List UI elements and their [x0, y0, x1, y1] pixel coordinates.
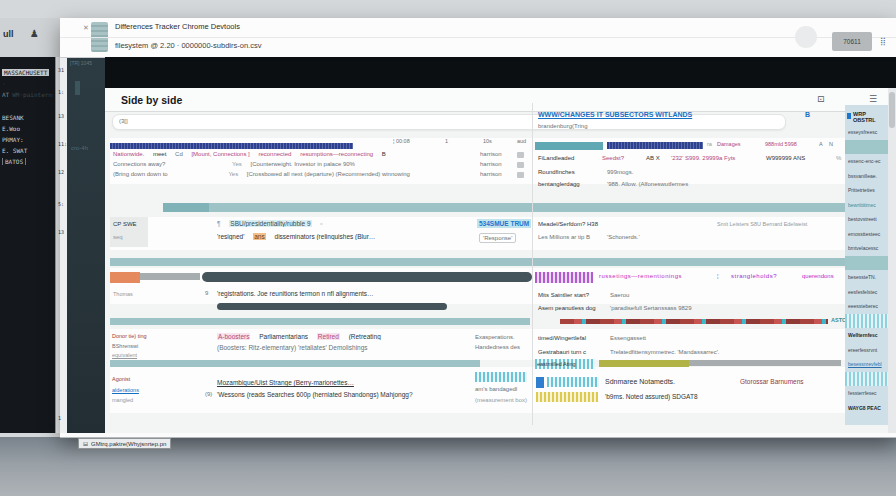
page-scrollbar[interactable] — [888, 88, 896, 433]
meta-pill[interactable]: 'Response' — [479, 233, 516, 243]
terminal-item[interactable]: E.Woo — [2, 125, 53, 132]
chrome-action-button[interactable]: 70611 — [832, 32, 872, 51]
profile-avatar[interactable] — [795, 26, 817, 48]
panel-row[interactable]: Prittetrteties — [845, 183, 888, 198]
tab-close-icon[interactable]: ✕ — [83, 24, 89, 32]
panel-row[interactable]: esseysfreesc — [845, 125, 888, 140]
bar-meta-type: aud — [517, 138, 526, 144]
log-val: [Counterweight. Investor in palace 90% — [251, 161, 355, 167]
group-label: mangled — [112, 397, 133, 403]
browser-window-bottom — [60, 433, 896, 438]
terminal-window[interactable]: MASSACHUSETT()·ATWM·painternsBESANKE.Woo… — [0, 57, 55, 433]
field-value: Sdnmaree Notamedts. — [605, 378, 675, 385]
gutter-number: 12 — [58, 169, 64, 175]
scrollbar-thumb[interactable] — [889, 92, 895, 128]
link-row[interactable]: ¶ SBU/presidentiality/rubble 9 ▫ — [217, 220, 517, 227]
field-meta: Gtorossar Barnumens — [740, 378, 804, 385]
strip-label: cro-4h — [71, 145, 88, 151]
diff-token: Parliamentarians — [259, 333, 308, 340]
field-value: W999999 ANS — [766, 155, 805, 161]
log-meta: harrison — [480, 151, 502, 157]
panel-row[interactable]: bestovstreett — [845, 212, 888, 227]
apps-grid-icon[interactable]: ⣿ — [880, 37, 886, 46]
log-row[interactable]: (Bring down down to Yes [Crossbowed all … — [113, 171, 473, 177]
thumbnail-icon — [517, 152, 524, 158]
panel-row[interactable]: emossttesteec — [845, 227, 888, 242]
panel-row[interactable]: essenc-enc-ec — [845, 154, 888, 169]
result-subtitle: brandenburg(Tring — [538, 123, 587, 129]
panel-row[interactable]: besessnrevfebl — [845, 357, 888, 372]
bar-meta-time: ¦ 00:08 — [393, 138, 410, 144]
gutter-number: 1: — [58, 89, 64, 95]
gutter-number: 1 — [58, 415, 61, 421]
display-icon[interactable]: ⊡ — [817, 94, 825, 104]
panel-row[interactable] — [845, 256, 888, 271]
field-label: Gestrabauri turn c — [538, 349, 586, 355]
panel-row[interactable]: besessteTN. — [845, 270, 888, 285]
panel-row[interactable]: bmtvelacessc — [845, 241, 888, 256]
meta-text: Exasperations. — [475, 334, 515, 340]
bar-note: 988mld 5998 — [765, 141, 797, 147]
external-link-icon[interactable]: B — [805, 111, 810, 118]
gutter-number: 13 — [58, 113, 64, 119]
row-label: Thomas — [113, 291, 133, 297]
terminal-item[interactable]: E. SWAT — [2, 147, 53, 154]
panel-row[interactable]: bewrittitimec — [845, 198, 888, 213]
field-value: 'paradisefull Sertanssass 9829 — [610, 305, 692, 311]
changed-text: russetings—rementionings — [599, 273, 682, 279]
panel-row[interactable]: eeessteberec — [845, 299, 888, 314]
meta-striped-block — [475, 372, 527, 382]
bar-note: Damages — [717, 141, 741, 147]
row-mark-icon: ▫ — [320, 220, 322, 227]
panel-row[interactable] — [845, 140, 888, 155]
group-label-link[interactable]: equivalent — [112, 352, 137, 358]
panel-row[interactable]: ereerfessrvnt — [845, 343, 888, 358]
panel-row[interactable]: bssvanilleae. — [845, 169, 888, 184]
address-bar-url[interactable]: filesystem @ 2.20 · 0000000-subdirs-on.c… — [115, 41, 261, 50]
field-value: Trelatedfittensymmetrec. 'Mandassarrec'. — [610, 349, 719, 355]
terminal-item[interactable]: PRMAY: — [2, 136, 53, 143]
terminal-item[interactable]: MASSACHUSETT() — [2, 69, 53, 76]
terminal-item[interactable]: ATWM·painterns — [2, 91, 53, 98]
meta-badge-blue[interactable]: 534SMUE TRUM — [477, 219, 531, 228]
log-row[interactable]: Connections away? Yes [Counterweight. In… — [113, 161, 473, 167]
filter-menu-icon[interactable]: ☰ — [869, 94, 877, 104]
terminal-item[interactable]: · — [2, 80, 53, 87]
row-number: 9 — [205, 290, 208, 296]
diff-row[interactable]: A-boosters Parliamentarians Retired (Ret… — [217, 333, 517, 340]
panel-row[interactable]: fessterrfesec — [845, 386, 888, 401]
log-mid: meet — [153, 151, 166, 157]
panel-row[interactable]: WAYG8 PEAC — [845, 401, 888, 416]
group-label-link[interactable]: alderations — [112, 387, 139, 393]
teal-band — [163, 203, 845, 212]
log-row[interactable]: Nationwide. meet Cd [Mount, Connections … — [113, 151, 473, 157]
panel-row[interactable] — [845, 372, 888, 387]
tab-title[interactable]: Differences Tracker Chrome Devtools — [115, 22, 240, 31]
result-link[interactable]: SBU/presidentiality/rubble 9 — [229, 220, 311, 227]
card-header: Side by side ⊡ ☰ — [105, 88, 888, 112]
diff-token: (Retreating — [349, 333, 381, 340]
field-value: Seedst? — [602, 155, 624, 161]
diff-row-text[interactable]: Mozambique/Uist Strange (Berry-marionett… — [217, 379, 354, 386]
content-card: Side by side ⊡ ☰ (3[] ¦ 00:08 1 10s aud … — [105, 88, 888, 433]
terminal-item[interactable]: BESANK — [2, 114, 53, 121]
panel-header: WRP OBSTRL — [853, 111, 888, 123]
panel-row[interactable] — [845, 314, 888, 329]
meta-text: Handedness des — [475, 344, 520, 350]
terminal-title: ull — [3, 29, 14, 39]
status-text: GMtrq.paktre(Whyjsnrtep.pn — [91, 441, 166, 447]
diff-token: A-boosters — [217, 333, 250, 340]
changed-label-block — [535, 272, 593, 283]
redacted-bar — [217, 303, 447, 310]
changed-sep: ¦ — [717, 273, 719, 279]
panel-row[interactable]: Wellternfesc — [845, 328, 888, 343]
field-value: 999mogs. — [607, 169, 633, 175]
field-label: bentanglerdagg — [538, 181, 580, 187]
terminal-item[interactable]: BATOS — [2, 158, 53, 165]
bar-meta-count: 1 — [445, 138, 448, 144]
log-meta: harrison — [480, 171, 502, 177]
terminal-titlebar[interactable]: ull ♟ — [0, 18, 60, 58]
panel-row[interactable]: eesfesfelstec — [845, 285, 888, 300]
result-title-link[interactable]: WWW/CHANGES IT SUBSECTORS WITLANDS — [538, 111, 692, 118]
row-number: (9) — [205, 391, 212, 397]
